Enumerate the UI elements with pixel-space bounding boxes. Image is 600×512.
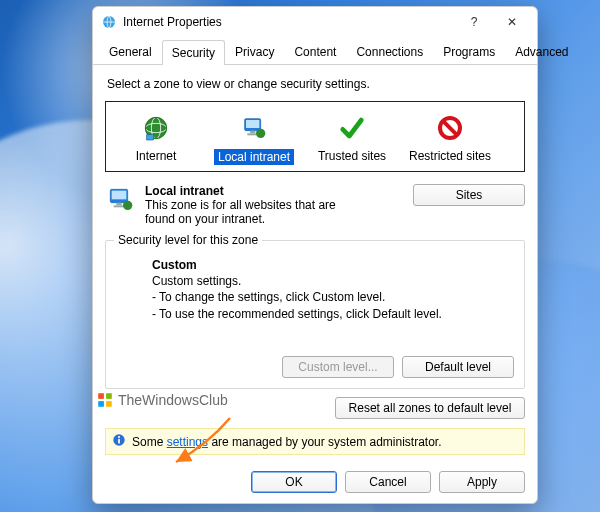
svg-rect-8 [250,131,255,134]
internet-options-icon [101,14,117,30]
custom-line3: - To use the recommended settings, click… [152,306,514,322]
zone-local-intranet[interactable]: Local intranet [208,110,300,169]
custom-settings-block: Custom Custom settings. - To change the … [152,257,514,322]
zone-prompt: Select a zone to view or change security… [107,77,525,91]
svg-rect-5 [147,135,154,140]
svg-point-17 [123,201,132,210]
zone-title: Local intranet [145,184,365,198]
tab-privacy[interactable]: Privacy [225,39,284,64]
info-icon [112,433,126,450]
zone-desc-text: This zone is for all websites that are f… [145,198,365,226]
local-intranet-icon [105,184,137,216]
zone-trusted-label: Trusted sites [306,149,398,163]
zone-description-row: Local intranet This zone is for all webs… [105,184,525,226]
custom-level-button: Custom level... [282,356,394,378]
default-level-button[interactable]: Default level [402,356,514,378]
internet-properties-dialog: Internet Properties ? ✕ General Security… [92,6,538,504]
tab-content[interactable]: Content [284,39,346,64]
tab-advanced[interactable]: Advanced [505,39,578,64]
group-legend: Security level for this zone [114,233,262,247]
svg-rect-16 [114,205,125,207]
zone-internet[interactable]: Internet [110,110,202,169]
apply-button[interactable]: Apply [439,471,525,493]
reset-all-zones-button[interactable]: Reset all zones to default level [335,397,525,419]
zone-restricted-sites[interactable]: Restricted sites [404,110,496,169]
custom-line2: - To change the settings, click Custom l… [152,289,514,305]
svg-rect-14 [112,191,127,200]
help-button[interactable]: ? [455,8,493,36]
close-button[interactable]: ✕ [493,8,531,36]
svg-rect-15 [116,203,121,206]
tab-general[interactable]: General [99,39,162,64]
zone-restricted-label: Restricted sites [404,149,496,163]
admin-info-bar: Some settings are managed by your system… [105,428,525,455]
zone-description: Local intranet This zone is for all webs… [145,184,365,226]
ok-button[interactable]: OK [251,471,337,493]
tab-security[interactable]: Security [162,40,225,65]
window-title: Internet Properties [123,15,455,29]
zone-trusted-sites[interactable]: Trusted sites [306,110,398,169]
custom-heading: Custom [152,257,514,273]
cancel-button[interactable]: Cancel [345,471,431,493]
svg-rect-7 [246,120,259,128]
svg-point-10 [256,129,265,138]
sites-button[interactable]: Sites [413,184,525,206]
settings-link[interactable]: settings [167,435,208,449]
dialog-buttons: OK Cancel Apply [93,463,537,503]
tab-programs[interactable]: Programs [433,39,505,64]
security-panel: Select a zone to view or change security… [93,65,537,463]
svg-point-19 [118,436,120,438]
tab-connections[interactable]: Connections [346,39,433,64]
info-text: Some settings are managed by your system… [132,435,441,449]
zone-internet-label: Internet [110,149,202,163]
svg-line-12 [443,121,458,136]
custom-line1: Custom settings. [152,273,514,289]
svg-rect-20 [118,439,120,444]
zone-local-intranet-label: Local intranet [214,149,294,165]
zone-list: Internet Local intranet Trusted sites Re… [105,101,525,172]
titlebar: Internet Properties ? ✕ [93,7,537,37]
tab-strip: General Security Privacy Content Connect… [93,39,537,65]
security-level-group: Security level for this zone Custom Cust… [105,240,525,389]
